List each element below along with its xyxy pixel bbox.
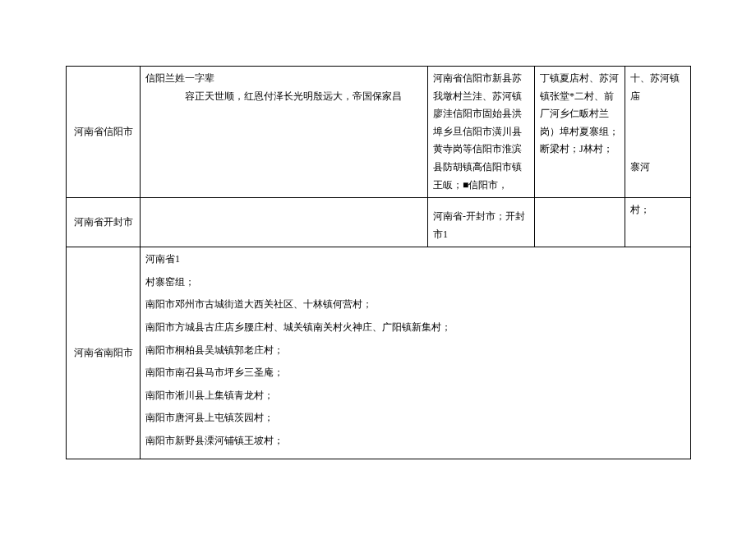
genealogy-table: 河南省信阳市 信阳兰姓一字辈 容正天世顺，红恩付泽长光明殷远大，帝国保家昌 河南…: [66, 66, 691, 459]
text-line: 南阳市新野县溧河铺镇王坡村；: [145, 432, 685, 450]
table-row: 河南省南阳市 河南省1 村寨窑组； 南阳市邓州市古城街道大西关社区、十林镇何营村…: [67, 247, 691, 459]
text-line: 南阳市唐河县上屯镇茨园村；: [145, 409, 685, 427]
text-line: 南阳市方城县古庄店乡腰庄村、城关镇南关村火神庄、广阳镇新集村；: [145, 319, 685, 337]
cell-locations: 河南省-开封市；开封市1: [428, 198, 535, 247]
cell-locations: 丁镇夏店村、苏河镇张堂*二村、前厂河乡仁畈村兰岗）埠村夏寨组；断梁村；J林村；: [535, 67, 625, 198]
text-line: 南阳市桐柏县吴城镇郭老庄村；: [145, 342, 685, 360]
cell-locations: 村；: [625, 198, 691, 247]
cell-locations-merged: 河南省1 村寨窑组； 南阳市邓州市古城街道大西关社区、十林镇何营村； 南阳市方城…: [141, 247, 691, 459]
text-line: 容正天世顺，红恩付泽长光明殷远大，帝国保家昌: [145, 88, 422, 106]
text-line: 南阳市淅川县上集镇青龙村；: [145, 387, 685, 405]
text-line: 南阳市南召县马市坪乡三圣庵；: [145, 364, 685, 382]
region-label: 河南省南阳市: [67, 247, 141, 459]
text-line: 村寨窑组；: [145, 274, 685, 292]
region-label: 河南省信阳市: [67, 67, 141, 198]
cell-locations: 河南省信阳市新县苏我墩村兰洼、苏河镇廖洼信阳市固始县洪埠乡旦信阳市潢川县黄寺岗等…: [428, 67, 535, 198]
text-line: 南阳市邓州市古城街道大西关社区、十林镇何营村；: [145, 296, 685, 314]
table-row: 河南省开封市 河南省-开封市；开封市1 村；: [67, 198, 691, 247]
cell-empty: [535, 198, 625, 247]
table-row: 河南省信阳市 信阳兰姓一字辈 容正天世顺，红恩付泽长光明殷远大，帝国保家昌 河南…: [67, 67, 691, 198]
cell-locations: 十、苏河镇庙 寨河: [625, 67, 691, 198]
text-line: 河南省1: [145, 251, 685, 269]
text-line: 信阳兰姓一字辈: [145, 72, 214, 84]
cell-genealogy-text: 信阳兰姓一字辈 容正天世顺，红恩付泽长光明殷远大，帝国保家昌: [141, 67, 428, 198]
cell-empty: [141, 198, 428, 247]
region-label: 河南省开封市: [67, 198, 141, 247]
